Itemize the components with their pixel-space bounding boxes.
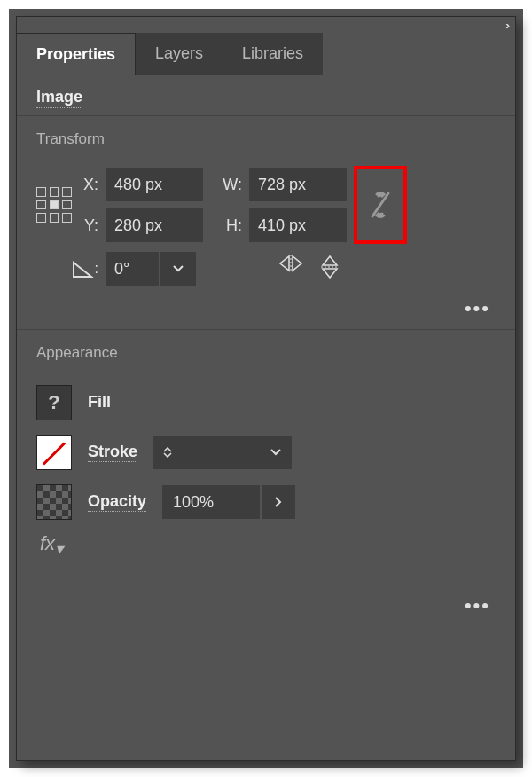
appearance-more-button[interactable]: •••	[465, 594, 490, 617]
transform-title: Transform	[36, 130, 496, 148]
chevron-right-icon	[275, 497, 282, 507]
chevron-down-icon	[163, 452, 172, 458]
y-label: Y:	[84, 216, 104, 235]
w-label: W:	[223, 176, 247, 194]
svg-line-0	[372, 193, 388, 216]
flip-horizontal-button[interactable]	[278, 254, 304, 285]
y-input[interactable]	[106, 208, 203, 242]
collapse-panel-icon[interactable]: ››	[505, 19, 506, 32]
tab-libraries[interactable]: Libraries	[223, 33, 323, 75]
flip-horizontal-icon	[278, 254, 304, 273]
transform-section: Transform X: W: Y: H:	[17, 115, 515, 329]
transform-more-button[interactable]: •••	[465, 297, 490, 320]
chevron-down-icon	[173, 265, 184, 272]
h-input[interactable]	[249, 208, 347, 242]
appearance-section: Appearance ? Fill Stroke	[17, 329, 515, 626]
x-input[interactable]	[106, 168, 203, 201]
x-label: X:	[83, 176, 104, 194]
opacity-slider-button[interactable]	[262, 485, 295, 519]
appearance-title: Appearance	[36, 344, 496, 362]
panel-tabs: Properties Layers Libraries	[17, 33, 515, 75]
constrain-proportions-button[interactable]	[354, 166, 407, 244]
selection-type[interactable]: Image	[36, 88, 82, 108]
w-input[interactable]	[249, 168, 347, 201]
h-label: H:	[226, 216, 247, 235]
stroke-weight-stepper[interactable]	[153, 436, 182, 469]
fill-label[interactable]: Fill	[88, 393, 111, 412]
tab-properties[interactable]: Properties	[17, 33, 136, 75]
opacity-label[interactable]: Opacity	[88, 492, 146, 512]
fill-swatch[interactable]: ?	[36, 385, 72, 420]
unlink-icon	[369, 190, 392, 220]
fx-button[interactable]: fx▾	[36, 527, 496, 559]
rotate-input[interactable]	[106, 252, 159, 286]
stroke-weight-input[interactable]	[182, 436, 260, 469]
stroke-swatch[interactable]	[36, 435, 72, 470]
reference-point-selector[interactable]	[36, 187, 72, 223]
opacity-input[interactable]: 100%	[162, 485, 260, 519]
rotate-dropdown[interactable]	[160, 252, 196, 286]
rotate-icon: :	[36, 259, 104, 279]
opacity-swatch[interactable]	[36, 484, 72, 520]
chevron-down-icon	[270, 449, 281, 456]
stroke-weight-dropdown[interactable]	[260, 436, 292, 469]
tab-layers[interactable]: Layers	[136, 33, 223, 75]
flip-vertical-icon	[320, 254, 340, 280]
stroke-label[interactable]: Stroke	[88, 443, 137, 462]
properties-panel: ›› Properties Layers Libraries Image Tra…	[16, 16, 516, 761]
flip-vertical-button[interactable]	[320, 254, 340, 285]
